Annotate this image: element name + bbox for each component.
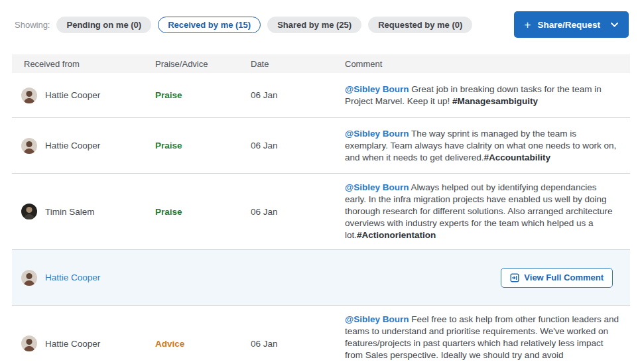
hashtag: #Accountability <box>483 152 550 162</box>
share-request-label: Share/Request <box>537 20 600 30</box>
avatar <box>21 270 37 286</box>
received-from-cell: Hattie Cooper <box>12 88 155 103</box>
share-request-button[interactable]: + Share/Request <box>514 11 629 38</box>
plus-icon: + <box>525 19 531 30</box>
column-header-praise-advice: Praise/Advice <box>155 59 251 69</box>
mention-link[interactable]: @Sibley Bourn <box>345 182 409 192</box>
view-full-comment-label: View Full Comment <box>524 273 604 282</box>
type-badge: Praise <box>155 207 251 217</box>
view-full-comment-cell: View Full Comment <box>155 268 630 288</box>
received-from-cell: Hattie Cooper <box>12 270 155 286</box>
mention-link[interactable]: @Sibley Bourn <box>345 84 409 94</box>
avatar <box>21 335 37 351</box>
avatar <box>21 204 37 219</box>
table-row-collapsed: Hattie Cooper View Full Comment <box>12 250 630 306</box>
open-comment-icon <box>510 273 519 282</box>
date-cell: 06 Jan <box>251 339 345 349</box>
received-from-cell: Timin Salem <box>12 204 155 219</box>
received-from-name-link[interactable]: Hattie Cooper <box>45 273 100 282</box>
received-from-cell: Hattie Cooper <box>12 335 155 351</box>
view-full-comment-button[interactable]: View Full Comment <box>501 268 613 288</box>
mention-link[interactable]: @Sibley Bourn <box>345 129 409 139</box>
filter-pill-requested-by-me[interactable]: Requested by me (0) <box>368 17 472 33</box>
comment-cell: @Sibley Bourn The way sprint is managed … <box>345 120 630 172</box>
received-from-name: Hattie Cooper <box>45 141 100 151</box>
comment-cell: @Sibley Bourn Great job in breaking down… <box>345 76 630 115</box>
showing-label: Showing: <box>15 20 50 30</box>
date-cell: 06 Jan <box>251 141 345 151</box>
received-from-name: Hattie Cooper <box>45 90 100 100</box>
type-badge: Praise <box>155 141 251 151</box>
filter-pill-pending-on-me[interactable]: Pending on me (0) <box>56 17 151 33</box>
type-badge: Advice <box>155 339 251 349</box>
column-header-comment: Comment <box>345 59 630 69</box>
feedback-table: Received from Praise/Advice Date Comment… <box>12 54 630 364</box>
filter-pill-received-by-me[interactable]: Received by me (15) <box>158 17 261 33</box>
mention-link[interactable]: @Sibley Bourn <box>345 314 409 324</box>
received-from-name: Hattie Cooper <box>45 339 100 349</box>
filter-pills: Pending on me (0) Received by me (15) Sh… <box>56 17 472 33</box>
date-cell: 06 Jan <box>251 207 345 217</box>
avatar <box>21 88 37 103</box>
hashtag: #Actionorientation <box>357 230 436 240</box>
filter-pill-shared-by-me[interactable]: Shared by me (25) <box>267 17 361 33</box>
type-badge: Praise <box>155 90 251 100</box>
comment-cell: @Sibley Bourn Feel free to ask help from… <box>345 306 630 364</box>
column-header-received-from: Received from <box>12 59 155 69</box>
table-header: Received from Praise/Advice Date Comment <box>12 54 630 73</box>
received-from-name: Timin Salem <box>45 207 95 217</box>
table-row: Hattie Cooper Praise 06 Jan @Sibley Bour… <box>12 73 630 118</box>
filter-toolbar: Showing: Pending on me (0) Received by m… <box>0 0 642 38</box>
avatar <box>21 138 37 154</box>
table-row: Hattie Cooper Praise 06 Jan @Sibley Bour… <box>12 118 630 174</box>
table-row: Hattie Cooper Advice 06 Jan @Sibley Bour… <box>12 306 630 364</box>
date-cell: 06 Jan <box>251 90 345 100</box>
chevron-down-icon <box>611 23 618 27</box>
column-header-date: Date <box>251 59 345 69</box>
hashtag: #Managesambiguity <box>452 96 538 106</box>
table-row: Timin Salem Praise 06 Jan @Sibley Bourn … <box>12 174 630 250</box>
received-from-cell: Hattie Cooper <box>12 138 155 154</box>
comment-cell: @Sibley Bourn Always helped out by ident… <box>345 174 630 249</box>
